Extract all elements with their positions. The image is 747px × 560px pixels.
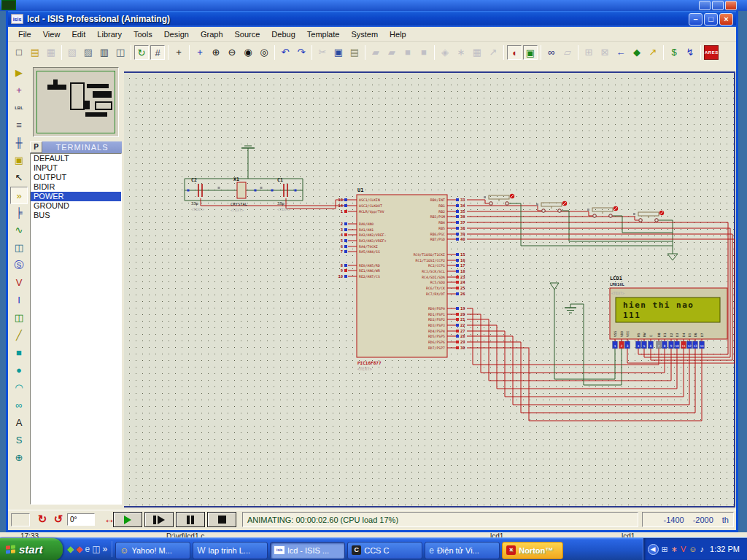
terminal-item-output[interactable]: OUTPUT	[31, 173, 121, 182]
text-2d-icon[interactable]: A	[10, 414, 28, 432]
task-ie-browser[interactable]: eĐiện tử Vi...	[425, 542, 500, 559]
background-close-button[interactable]	[725, 1, 737, 10]
zoom-out-icon[interactable]: ⊖	[225, 45, 239, 60]
menu-source[interactable]: Source	[229, 28, 266, 40]
zoom-area-icon[interactable]: ◉	[241, 45, 255, 60]
electrical-check-icon[interactable]: ↯	[683, 45, 697, 60]
zoom-in-icon[interactable]: ⊕	[209, 45, 223, 60]
tray-collapse-icon[interactable]: ◀	[648, 544, 659, 555]
minimize-button[interactable]: –	[689, 13, 703, 26]
netlist-icon[interactable]: ▣	[523, 45, 538, 60]
menu-template[interactable]: Template	[301, 28, 346, 40]
task-yahoo-messenger[interactable]: ☺Yahoo! M...	[115, 542, 190, 559]
tray-volume-icon[interactable]: ♪	[700, 542, 705, 556]
tray-app-icon[interactable]: ∗	[671, 542, 678, 556]
tape-recorder-icon[interactable]: ◫	[10, 239, 28, 257]
bill-of-materials-icon[interactable]: $	[667, 45, 681, 60]
block-move-icon[interactable]: ▰	[384, 45, 399, 60]
quick-launch-ie-icon[interactable]: e	[85, 541, 90, 557]
arc-2d-icon[interactable]: ◠	[10, 379, 28, 397]
packaging-tool-icon[interactable]: ▦	[470, 45, 484, 60]
wire-autorouter-icon[interactable]: ◖	[507, 45, 522, 60]
wire-label-icon[interactable]: LBL	[10, 99, 28, 117]
save-file-icon[interactable]: ▦	[44, 45, 58, 60]
terminal-item-bus[interactable]: BUS	[31, 211, 121, 220]
export-section-icon[interactable]: ▨	[81, 45, 96, 60]
terminal-item-bidir[interactable]: BIDIR	[31, 182, 121, 192]
undo-icon[interactable]: ↶	[278, 45, 293, 60]
return-parent-icon[interactable]: ↗	[646, 45, 660, 60]
cut-icon[interactable]: ✂	[315, 45, 330, 60]
new-file-icon[interactable]: □	[12, 45, 26, 60]
terminals-mode-icon[interactable]: »	[10, 187, 28, 204]
quick-launch-media-icon[interactable]: ◆	[67, 541, 74, 557]
import-section-icon[interactable]: ▧	[65, 45, 80, 60]
maximize-button[interactable]: □	[704, 13, 718, 26]
rotate-counterclockwise-icon[interactable]: ↺	[51, 512, 66, 526]
pause-button[interactable]	[176, 512, 205, 527]
generator-mode-icon[interactable]: Ⓢ	[10, 257, 28, 274]
goto-child-icon[interactable]: ◆	[630, 45, 644, 60]
rotate-clockwise-icon[interactable]: ↻	[35, 512, 50, 526]
menu-system[interactable]: System	[345, 28, 384, 40]
schematic-sheet[interactable]: C233p<TEXT>X1CRYSTAL<TEXT>C133p<TEXT>U1P…	[124, 71, 735, 508]
menu-edit[interactable]: Edit	[66, 28, 91, 40]
device-pin-icon[interactable]: ╞	[10, 204, 28, 222]
delete-sheet-icon[interactable]: ⊠	[597, 45, 612, 60]
marker-icon[interactable]: ⊕	[10, 449, 28, 467]
virtual-instruments-icon[interactable]: ◫	[10, 309, 28, 327]
menu-library[interactable]: Library	[91, 28, 128, 40]
decompose-icon[interactable]: ↗	[486, 45, 500, 60]
terminal-item-input[interactable]: INPUT	[31, 163, 121, 173]
close-button[interactable]: ×	[719, 13, 733, 26]
origin-icon[interactable]: +	[171, 45, 186, 60]
copy-icon[interactable]: ▣	[331, 45, 346, 60]
play-button[interactable]	[113, 512, 142, 527]
search-tag-icon[interactable]: ∞	[544, 45, 559, 60]
menu-graph[interactable]: Graph	[195, 28, 229, 40]
step-button[interactable]	[144, 512, 174, 527]
ares-netlist-icon[interactable]: ARES	[704, 45, 719, 60]
quick-launch-more-icon[interactable]: »	[103, 541, 108, 557]
menu-file[interactable]: File	[12, 28, 37, 40]
paste-icon[interactable]: ▤	[347, 45, 362, 60]
tray-antivirus-icon[interactable]: V	[681, 542, 686, 556]
task-word-document[interactable]: Wlap trinh L...	[193, 542, 268, 559]
property-assignment-icon[interactable]: ▱	[560, 45, 575, 60]
menu-tools[interactable]: Tools	[128, 28, 158, 40]
terminal-item-ground[interactable]: GROUND	[31, 201, 121, 211]
new-sheet-icon[interactable]: ⊞	[581, 45, 596, 60]
open-file-icon[interactable]: ▤	[28, 45, 42, 60]
title-bar[interactable]: isis lcd - ISIS Professional (Animating)…	[8, 11, 736, 27]
tray-messenger-icon[interactable]: ☺	[689, 542, 697, 556]
stop-button[interactable]	[207, 512, 236, 527]
voltage-probe-icon[interactable]: V	[10, 274, 28, 292]
menu-help[interactable]: Help	[384, 28, 412, 40]
task-norton[interactable]: ×Norton™	[502, 542, 563, 559]
symbol-2d-icon[interactable]: S	[10, 432, 28, 449]
pick-device-icon[interactable]: ◈	[438, 45, 452, 60]
component-mode-icon[interactable]: ▶	[10, 64, 28, 82]
subcircuit-icon[interactable]: ▣	[10, 152, 28, 169]
line-2d-icon[interactable]: ╱	[10, 327, 28, 344]
text-script-icon[interactable]: ≡	[10, 117, 28, 134]
print-icon[interactable]: ▥	[97, 45, 112, 60]
box-2d-icon[interactable]: ■	[10, 344, 28, 362]
print-area-icon[interactable]: ◫	[113, 45, 128, 60]
instant-edit-icon[interactable]: ↖	[10, 169, 28, 187]
block-copy-icon[interactable]: ▰	[368, 45, 383, 60]
zoom-to-parent-icon[interactable]: ←	[614, 45, 628, 60]
background-maximize-button[interactable]	[712, 1, 724, 10]
path-2d-icon[interactable]: ∞	[10, 397, 28, 414]
menu-view[interactable]: View	[37, 28, 66, 40]
rotation-angle-field[interactable]	[67, 513, 95, 526]
quick-launch-shield-icon[interactable]: ◆	[76, 541, 82, 557]
make-device-icon[interactable]: ∗	[454, 45, 468, 60]
zoom-full-icon[interactable]: ◎	[257, 45, 271, 60]
redo-icon[interactable]: ↷	[294, 45, 309, 60]
tray-network-icon[interactable]: ⊞	[662, 542, 668, 556]
start-button[interactable]: start	[0, 538, 63, 560]
task-ccs-compiler[interactable]: CCCS C	[347, 542, 422, 559]
pick-devices-button[interactable]: P	[30, 141, 42, 153]
terminal-item-default[interactable]: DEFAULT	[31, 154, 121, 163]
